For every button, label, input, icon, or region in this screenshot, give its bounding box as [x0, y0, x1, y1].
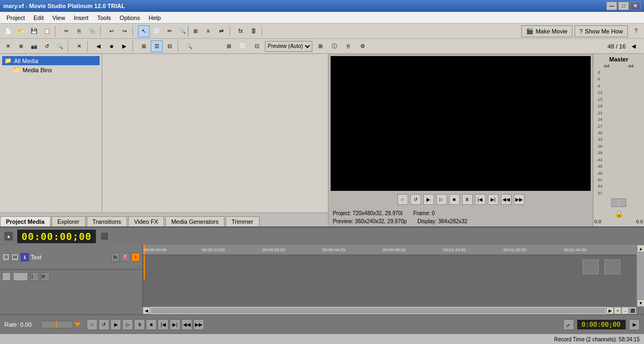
preview-prev-frame-button[interactable]: |◀	[475, 194, 486, 205]
preview-expand-button[interactable]: ⊞	[223, 40, 235, 52]
menu-edit[interactable]: Edit	[29, 13, 48, 22]
transport-stop-button[interactable]: ■	[146, 319, 157, 330]
preview-window-button[interactable]: ⊡	[251, 40, 263, 52]
snap-button[interactable]: ⊞	[190, 25, 201, 37]
copy-button[interactable]: ⎘	[73, 25, 85, 37]
timeline-collapse-button[interactable]: ▲	[4, 232, 13, 240]
list-view-button[interactable]: ☰	[151, 40, 163, 52]
counter-expand-button[interactable]: ◀	[628, 40, 640, 52]
track-fx-button[interactable]: fx	[111, 253, 120, 262]
preview-pause-button[interactable]: ⏸	[462, 194, 473, 205]
save-as-button[interactable]: 📋	[41, 25, 53, 37]
preview-settings-button[interactable]: ⚙	[356, 40, 368, 52]
search-button[interactable]: 🔍	[183, 40, 195, 52]
minimize-button[interactable]: —	[606, 2, 617, 10]
preview-grid-button[interactable]: ⊞	[314, 40, 326, 52]
scroll-zoom-in-button[interactable]: +	[614, 307, 621, 314]
envelope-tool[interactable]: ⬜	[151, 25, 163, 37]
maximize-button[interactable]: □	[618, 2, 629, 10]
scroll-thumb-v[interactable]	[637, 252, 644, 299]
track-motion-button[interactable]: 🎯	[121, 253, 130, 262]
tree-item-all-media[interactable]: 📁 All Media	[2, 56, 100, 65]
mic-button[interactable]: 🎤	[563, 319, 574, 330]
track-warning-button[interactable]: !	[131, 253, 140, 262]
mixer-button[interactable]: 🎛	[248, 25, 260, 37]
scroll-thumb-h[interactable]	[151, 308, 605, 313]
preview-repeat-button[interactable]: ↺	[410, 194, 421, 205]
transport-repeat-button[interactable]: ↺	[99, 319, 109, 330]
menu-view[interactable]: View	[48, 13, 69, 22]
cut-button[interactable]: ✂	[60, 25, 72, 37]
tree-item-media-bins[interactable]: 📁 Media Bins	[2, 65, 100, 74]
transport-play-button[interactable]: ▶	[110, 319, 121, 330]
remove-button[interactable]: ✕	[73, 40, 85, 52]
zoom-in-button[interactable]: 🔍	[54, 40, 66, 52]
transport-rewind-button[interactable]: ◀◀	[181, 319, 192, 330]
transport-next-frame-button[interactable]: ▶|	[170, 319, 180, 330]
zoom-tool[interactable]: 🔍	[177, 25, 188, 37]
scroll-up-button[interactable]: ▲	[637, 245, 644, 252]
preview-copy-button[interactable]: ⎘	[342, 40, 354, 52]
help-button[interactable]: ?	[630, 25, 642, 37]
ripple-button[interactable]: ≡	[202, 25, 214, 37]
transport-prev-frame-button[interactable]: |◀	[158, 319, 169, 330]
event-fx[interactable]: fx	[235, 25, 247, 37]
track-subcontrol-4[interactable]: ≡	[41, 272, 50, 281]
scroll-right-button[interactable]: ▶	[606, 307, 614, 314]
tab-video-fx[interactable]: Video FX	[128, 216, 164, 226]
preview-toggle-button[interactable]: ⬜	[237, 40, 249, 52]
scroll-fit-button[interactable]: ⬛	[629, 307, 636, 314]
menu-tools[interactable]: Tools	[93, 13, 115, 22]
play-btn[interactable]: ▶	[118, 40, 130, 52]
undo-button[interactable]: ↩	[106, 25, 117, 37]
track-arm-button[interactable]: ⊙	[2, 253, 10, 261]
stop-btn[interactable]: ■	[106, 40, 117, 52]
preview-next-frame-button[interactable]: ▶|	[488, 194, 499, 205]
track-subcontrol-1[interactable]	[2, 272, 11, 281]
transport-loop-button[interactable]: ○	[87, 319, 97, 330]
track-mute-button[interactable]: M	[11, 253, 19, 261]
preview-play-button[interactable]: ▶	[423, 194, 434, 205]
preview-next-button[interactable]: ▶▶	[514, 194, 524, 205]
show-me-how-button[interactable]: ? Show Me How	[575, 25, 628, 37]
balance-left-btn[interactable]	[612, 199, 619, 207]
timecode-settings-button[interactable]: ▶	[629, 319, 640, 330]
capture-button[interactable]: 📷	[28, 40, 40, 52]
close-button[interactable]: ✕	[630, 2, 641, 10]
preview-play-alt-button[interactable]: ▷	[436, 194, 447, 205]
preview-stop-button[interactable]: ■	[449, 194, 460, 205]
make-movie-button[interactable]: 🎬 Make Movie	[521, 25, 572, 37]
preview-mode-dropdown[interactable]: Preview (Auto)	[265, 41, 312, 52]
grid-view-button[interactable]: ⊞	[138, 40, 150, 52]
transport-play2-button[interactable]: ▷	[122, 319, 133, 330]
tab-project-media[interactable]: Project Media	[0, 216, 51, 226]
new-project-button[interactable]: 📄	[2, 25, 14, 37]
transport-pause-button[interactable]: ⏸	[134, 319, 145, 330]
scroll-down-button[interactable]: ▼	[637, 299, 644, 307]
details-view-button[interactable]: ⊟	[164, 40, 176, 52]
menu-help[interactable]: Help	[144, 13, 165, 22]
menu-project[interactable]: Project	[2, 13, 29, 22]
speed-indicator[interactable]	[74, 322, 81, 327]
preview-prev-button[interactable]: ◀◀	[501, 194, 512, 205]
scroll-left-button[interactable]: ◀	[143, 307, 150, 314]
refresh-button[interactable]: ↺	[41, 40, 53, 52]
menu-options[interactable]: Options	[115, 13, 144, 22]
edit-tool[interactable]: ✏	[164, 25, 176, 37]
track-subcontrol-2[interactable]	[13, 272, 28, 281]
transport-ff-button[interactable]: ▶▶	[193, 319, 204, 330]
paste-button[interactable]: 📎	[86, 25, 98, 37]
preview-loop-button[interactable]: ○	[397, 194, 408, 205]
auto-ripple[interactable]: ⇄	[215, 25, 227, 37]
scroll-zoom-out-button[interactable]: -	[621, 307, 629, 314]
select-tool[interactable]: ↖	[138, 25, 150, 37]
set-in-point-button[interactable]	[100, 232, 109, 240]
redo-button[interactable]: ↪	[118, 25, 130, 37]
open-button[interactable]: 📂	[15, 25, 27, 37]
preview-info-button[interactable]: ⓘ	[328, 40, 340, 52]
tab-explorer[interactable]: Explorer	[52, 216, 86, 226]
add-media-button[interactable]: ⊕	[15, 40, 27, 52]
tab-trimmer[interactable]: Trimmer	[226, 216, 260, 226]
track-subcontrol-3[interactable]: ↕	[30, 272, 39, 281]
menu-insert[interactable]: Insert	[69, 13, 93, 22]
